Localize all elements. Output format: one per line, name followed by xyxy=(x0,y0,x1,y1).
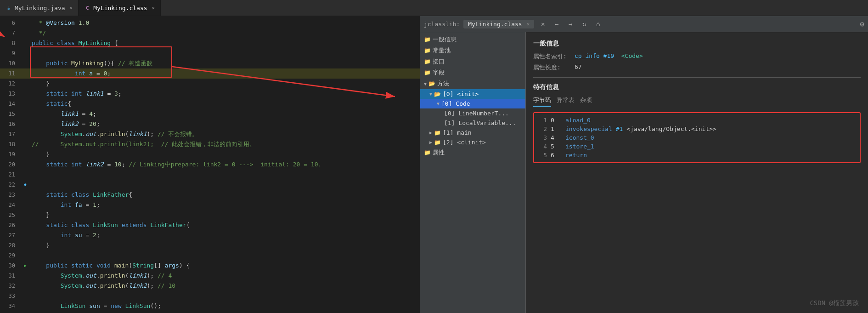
tree-item-methods[interactable]: ▼ 📂 方法 xyxy=(420,78,525,89)
settings-gear-icon[interactable]: ⚙ xyxy=(860,20,864,28)
code-line-9: 9 xyxy=(0,48,420,58)
code-line-20: 20 static int link2 = 10; // Linking中pre… xyxy=(0,159,420,170)
gutter-22: ● xyxy=(21,180,30,190)
code-content-8: public class MyLinking { xyxy=(30,38,420,48)
code-content-34: LinkSun sun = new LinkSun(); xyxy=(30,301,420,311)
code-line-24: 24 int fa = 1; xyxy=(0,200,420,210)
code-line-31: 31 System.out.println(link1); // 4 xyxy=(0,271,420,281)
folder-icon-6: 📂 xyxy=(434,91,441,97)
code-line-29: 29 xyxy=(0,250,420,261)
nav-forward-btn[interactable]: → xyxy=(565,19,575,29)
attr-name-label: 属性名索引: xyxy=(533,52,575,61)
line-num-22: 22 xyxy=(0,180,21,190)
code-line-19: 19 } xyxy=(0,149,420,159)
tab-misc[interactable]: 杂项 xyxy=(580,96,592,107)
general-section-title: 一般信息 xyxy=(533,40,861,48)
line-num-30: 30 xyxy=(0,261,21,271)
code-content-20: static int link2 = 10; // Linking中prepar… xyxy=(30,159,420,170)
line-num-35: 35 xyxy=(0,311,21,313)
code-line-26: 26 static class LinkSun extends LinkFath… xyxy=(0,220,420,230)
code-content-11: int a = 0; xyxy=(30,68,420,79)
line-num-12: 12 xyxy=(0,79,21,89)
bytecode-section: 字节码 异常表 杂项 1 0 aload_0 2 1 xyxy=(533,96,861,163)
nav-home-btn[interactable]: ⌂ xyxy=(593,19,603,29)
code-content-24: int fa = 1; xyxy=(30,200,420,210)
jclasslib-title: jclasslib: xyxy=(424,21,460,28)
line-num-9: 9 xyxy=(0,48,21,58)
tab-class-close[interactable]: ✕ xyxy=(152,5,155,11)
tree-arrow-init: ▼ xyxy=(429,91,432,97)
tab-class[interactable]: C MyLinking.class ✕ xyxy=(79,0,161,16)
line-num-29: 29 xyxy=(0,250,21,261)
tree-item-interfaces[interactable]: 📁 接口 xyxy=(420,56,525,67)
special-section-title: 特有信息 xyxy=(533,83,861,91)
jclasslib-tab-close[interactable]: ✕ xyxy=(527,21,530,27)
tree-item-general[interactable]: 📁 一般信息 xyxy=(420,34,525,45)
code-lines: 6 * @Version 1.0 7 */ 8 public class MyL… xyxy=(0,16,420,313)
line-num-15: 15 xyxy=(0,109,21,119)
jclasslib-file-tab[interactable]: MyLinking.class ✕ xyxy=(463,20,534,28)
tree-item-fields[interactable]: 📁 字段 xyxy=(420,67,525,78)
folder-icon-3: 📁 xyxy=(424,58,431,65)
tree-item-linenumber[interactable]: [0] LineNumberT... xyxy=(420,108,525,118)
divider-1 xyxy=(533,77,861,78)
tree-label-interfaces: 接口 xyxy=(433,57,445,66)
tab-bytecode[interactable]: 字节码 xyxy=(533,96,551,107)
tree-label-general: 一般信息 xyxy=(433,35,457,44)
tree-label-localvar: [1] LocalVariable... xyxy=(444,120,516,126)
tree-item-init[interactable]: ▼ 📂 [0] <init> xyxy=(420,89,525,99)
line-num-27: 27 xyxy=(0,230,21,240)
line-num-7: 7 xyxy=(0,28,21,38)
jclasslib-tab-label: MyLinking.class xyxy=(468,21,522,28)
code-content-27: int su = 2; xyxy=(30,230,420,240)
line-num-25: 25 xyxy=(0,210,21,220)
line-num-17: 17 xyxy=(0,129,21,139)
bytecode-row-5: 5 6 return xyxy=(538,151,856,159)
bytecode-row-3: 3 4 iconst_0 xyxy=(538,133,856,142)
tree-arrow-methods: ▼ xyxy=(424,81,427,86)
tree-item-localvar[interactable]: [1] LocalVariable... xyxy=(420,118,525,128)
cp-info-link[interactable]: cp_info #19 xyxy=(575,52,614,59)
code-line-33: 33 xyxy=(0,291,420,301)
tab-exception[interactable]: 异常表 xyxy=(557,96,575,107)
line-num-16: 16 xyxy=(0,119,21,129)
bc-ref-link[interactable]: #1 xyxy=(616,125,623,132)
code-content-25: } xyxy=(30,210,420,220)
tree-item-code[interactable]: ▼ [0] Code xyxy=(420,99,525,108)
nav-back-btn[interactable]: ← xyxy=(552,19,562,29)
bytecode-row-2: 2 1 invokespecial #1 <java/lang/Object.<… xyxy=(538,125,856,133)
code-link[interactable]: <Code> xyxy=(621,52,643,59)
code-line-11: 11 int a = 0; xyxy=(0,68,420,79)
code-line-34: 34 LinkSun sun = new LinkSun(); xyxy=(0,301,420,311)
code-line-30: 30 ▶ public static void main(String[] ar… xyxy=(0,261,420,271)
code-content-32: System.out.println(link2); // 10 xyxy=(30,281,420,291)
line-num-34: 34 xyxy=(0,301,21,311)
bc-idx-5: 5 xyxy=(538,152,547,159)
tree-item-main[interactable]: ▶ 📁 [1] main xyxy=(420,128,525,137)
code-content-12: } xyxy=(30,79,420,89)
code-line-8: 8 public class MyLinking { xyxy=(0,38,420,48)
bc-idx-2: 2 xyxy=(538,125,547,132)
bytecode-tabs: 字节码 异常表 杂项 xyxy=(533,96,861,107)
code-content-7: */ xyxy=(30,28,420,38)
detail-panel: 一般信息 属性名索引: cp_info #19 <Code> 属性长度: 67 … xyxy=(526,32,868,313)
detail-arrow-svg xyxy=(526,32,868,313)
code-content-30: public static void main(String[] args) { xyxy=(30,261,420,271)
tab-class-label: MyLinking.class xyxy=(93,5,147,11)
tree-item-attributes[interactable]: 📁 属性 xyxy=(420,147,525,158)
tab-java-close[interactable]: ✕ xyxy=(70,5,73,11)
code-content-10: public MyLinking(){ // 构造函数 xyxy=(30,58,420,68)
code-line-23: 23 static class LinkFather{ xyxy=(0,190,420,200)
code-line-22: 22 ● xyxy=(0,180,420,190)
nav-close-btn[interactable]: ✕ xyxy=(538,19,548,29)
line-num-6: 6 xyxy=(0,18,21,28)
folder-icon-5: 📂 xyxy=(428,80,435,87)
code-line-35: 35 } xyxy=(0,311,420,313)
tree-item-clinit[interactable]: ▶ 📁 [2] <clinit> xyxy=(420,137,525,147)
nav-refresh-btn[interactable]: ↻ xyxy=(579,19,589,29)
line-num-28: 28 xyxy=(0,240,21,250)
code-line-10: 10 public MyLinking(){ // 构造函数 xyxy=(0,58,420,68)
code-content-13: static int link1 = 3; xyxy=(30,89,420,99)
tree-item-constants[interactable]: 📁 常量池 xyxy=(420,45,525,56)
tab-java[interactable]: ☕ MyLinking.java ✕ xyxy=(0,0,79,16)
